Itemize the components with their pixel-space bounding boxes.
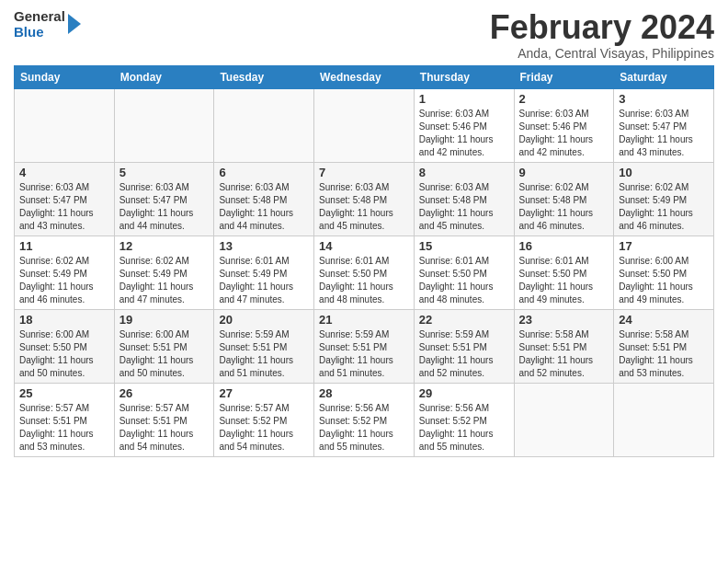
calendar-cell: [114, 88, 214, 162]
day-number: 10: [619, 166, 709, 179]
day-info: Sunrise: 6:03 AMSunset: 5:47 PMDaylight:…: [119, 181, 210, 233]
calendar-cell: 4Sunrise: 6:03 AMSunset: 5:47 PMDaylight…: [15, 162, 115, 236]
weekday-header: Sunday: [15, 65, 115, 88]
day-info: Sunrise: 6:00 AMSunset: 5:50 PMDaylight:…: [19, 328, 109, 380]
calendar-cell: [15, 88, 115, 162]
calendar-cell: 11Sunrise: 6:02 AMSunset: 5:49 PMDayligh…: [15, 236, 115, 309]
day-info: Sunrise: 6:03 AMSunset: 5:47 PMDaylight:…: [619, 108, 709, 159]
calendar-cell: [214, 88, 314, 162]
day-number: 21: [319, 313, 409, 327]
day-number: 3: [619, 92, 709, 106]
weekday-header: Friday: [514, 65, 614, 88]
calendar-cell: 24Sunrise: 5:58 AMSunset: 5:51 PMDayligh…: [614, 309, 714, 383]
day-number: 11: [19, 239, 109, 253]
day-info: Sunrise: 6:01 AMSunset: 5:50 PMDaylight:…: [319, 255, 409, 306]
calendar-cell: [514, 383, 614, 456]
day-info: Sunrise: 5:56 AMSunset: 5:52 PMDaylight:…: [319, 402, 409, 454]
calendar-cell: 8Sunrise: 6:03 AMSunset: 5:48 PMDaylight…: [414, 162, 514, 236]
day-info: Sunrise: 5:56 AMSunset: 5:52 PMDaylight:…: [419, 402, 509, 454]
calendar-week-row: 25Sunrise: 5:57 AMSunset: 5:51 PMDayligh…: [15, 383, 714, 456]
calendar-cell: 13Sunrise: 6:01 AMSunset: 5:49 PMDayligh…: [214, 236, 314, 309]
calendar-cell: 21Sunrise: 5:59 AMSunset: 5:51 PMDayligh…: [314, 309, 415, 383]
day-number: 14: [319, 239, 409, 253]
calendar-cell: 3Sunrise: 6:03 AMSunset: 5:47 PMDaylight…: [614, 88, 714, 162]
calendar-week-row: 4Sunrise: 6:03 AMSunset: 5:47 PMDaylight…: [15, 162, 714, 236]
day-info: Sunrise: 6:02 AMSunset: 5:48 PMDaylight:…: [519, 181, 609, 233]
day-info: Sunrise: 6:02 AMSunset: 5:49 PMDaylight:…: [19, 255, 109, 306]
day-info: Sunrise: 6:03 AMSunset: 5:47 PMDaylight:…: [19, 181, 109, 233]
day-info: Sunrise: 6:03 AMSunset: 5:46 PMDaylight:…: [419, 108, 509, 159]
day-info: Sunrise: 5:58 AMSunset: 5:51 PMDaylight:…: [619, 328, 709, 380]
day-number: 22: [419, 313, 509, 327]
day-info: Sunrise: 5:59 AMSunset: 5:51 PMDaylight:…: [419, 328, 509, 380]
calendar-cell: 5Sunrise: 6:03 AMSunset: 5:47 PMDaylight…: [114, 162, 214, 236]
calendar-cell: 26Sunrise: 5:57 AMSunset: 5:51 PMDayligh…: [114, 383, 214, 456]
calendar-cell: 1Sunrise: 6:03 AMSunset: 5:46 PMDaylight…: [414, 88, 514, 162]
location: Anda, Central Visayas, Philippines: [490, 46, 714, 61]
calendar-cell: 22Sunrise: 5:59 AMSunset: 5:51 PMDayligh…: [414, 309, 514, 383]
calendar-cell: 17Sunrise: 6:00 AMSunset: 5:50 PMDayligh…: [614, 236, 714, 309]
calendar-cell: 27Sunrise: 5:57 AMSunset: 5:52 PMDayligh…: [214, 383, 314, 456]
day-number: 29: [419, 386, 509, 400]
calendar-header-row: SundayMondayTuesdayWednesdayThursdayFrid…: [15, 65, 714, 88]
day-number: 12: [119, 239, 210, 253]
weekday-header: Tuesday: [214, 65, 314, 88]
day-info: Sunrise: 6:01 AMSunset: 5:49 PMDaylight:…: [219, 255, 309, 306]
day-info: Sunrise: 6:01 AMSunset: 5:50 PMDaylight:…: [419, 255, 509, 306]
day-info: Sunrise: 6:02 AMSunset: 5:49 PMDaylight:…: [619, 181, 709, 233]
day-info: Sunrise: 6:03 AMSunset: 5:48 PMDaylight:…: [419, 181, 509, 233]
day-info: Sunrise: 5:59 AMSunset: 5:51 PMDaylight:…: [219, 328, 309, 380]
weekday-header: Saturday: [614, 65, 714, 88]
weekday-header: Monday: [114, 65, 214, 88]
day-number: 18: [19, 313, 109, 327]
day-info: Sunrise: 5:57 AMSunset: 5:51 PMDaylight:…: [119, 402, 210, 454]
logo-arrow-icon: [68, 14, 81, 34]
page-header: General Blue February 2024 Anda, Central…: [14, 9, 714, 61]
calendar-cell: [614, 383, 714, 456]
calendar-cell: 25Sunrise: 5:57 AMSunset: 5:51 PMDayligh…: [15, 383, 115, 456]
calendar-cell: 10Sunrise: 6:02 AMSunset: 5:49 PMDayligh…: [614, 162, 714, 236]
calendar-table: SundayMondayTuesdayWednesdayThursdayFrid…: [14, 65, 714, 457]
calendar-cell: 19Sunrise: 6:00 AMSunset: 5:51 PMDayligh…: [114, 309, 214, 383]
calendar-cell: 14Sunrise: 6:01 AMSunset: 5:50 PMDayligh…: [314, 236, 415, 309]
day-info: Sunrise: 5:59 AMSunset: 5:51 PMDaylight:…: [319, 328, 409, 380]
day-number: 4: [19, 166, 109, 179]
calendar-week-row: 11Sunrise: 6:02 AMSunset: 5:49 PMDayligh…: [15, 236, 714, 309]
weekday-header: Thursday: [414, 65, 514, 88]
day-info: Sunrise: 5:57 AMSunset: 5:51 PMDaylight:…: [19, 402, 109, 454]
day-number: 5: [119, 166, 210, 179]
calendar-cell: 23Sunrise: 5:58 AMSunset: 5:51 PMDayligh…: [514, 309, 614, 383]
day-info: Sunrise: 6:01 AMSunset: 5:50 PMDaylight:…: [519, 255, 609, 306]
day-number: 28: [319, 386, 409, 400]
calendar-cell: 12Sunrise: 6:02 AMSunset: 5:49 PMDayligh…: [114, 236, 214, 309]
logo-text: General Blue: [14, 9, 65, 40]
day-number: 15: [419, 239, 509, 253]
day-info: Sunrise: 6:03 AMSunset: 5:48 PMDaylight:…: [219, 181, 309, 233]
calendar-cell: 7Sunrise: 6:03 AMSunset: 5:48 PMDaylight…: [314, 162, 415, 236]
calendar-cell: [314, 88, 415, 162]
day-info: Sunrise: 6:00 AMSunset: 5:50 PMDaylight:…: [619, 255, 709, 306]
day-number: 17: [619, 239, 709, 253]
day-number: 26: [119, 386, 210, 400]
day-number: 24: [619, 313, 709, 327]
day-number: 16: [519, 239, 609, 253]
month-title: February 2024: [490, 9, 714, 46]
day-number: 9: [519, 166, 609, 179]
calendar-cell: 28Sunrise: 5:56 AMSunset: 5:52 PMDayligh…: [314, 383, 415, 456]
logo-blue: Blue: [14, 25, 65, 40]
day-number: 25: [19, 386, 109, 400]
calendar-week-row: 18Sunrise: 6:00 AMSunset: 5:50 PMDayligh…: [15, 309, 714, 383]
day-info: Sunrise: 5:58 AMSunset: 5:51 PMDaylight:…: [519, 328, 609, 380]
day-info: Sunrise: 5:57 AMSunset: 5:52 PMDaylight:…: [219, 402, 309, 454]
weekday-header: Wednesday: [314, 65, 415, 88]
day-number: 27: [219, 386, 309, 400]
day-number: 1: [419, 92, 509, 106]
day-number: 23: [519, 313, 609, 327]
day-number: 7: [319, 166, 409, 179]
calendar-cell: 20Sunrise: 5:59 AMSunset: 5:51 PMDayligh…: [214, 309, 314, 383]
logo: General Blue: [14, 9, 81, 40]
day-info: Sunrise: 6:02 AMSunset: 5:49 PMDaylight:…: [119, 255, 210, 306]
calendar-cell: 9Sunrise: 6:02 AMSunset: 5:48 PMDaylight…: [514, 162, 614, 236]
calendar-cell: 18Sunrise: 6:00 AMSunset: 5:50 PMDayligh…: [15, 309, 115, 383]
day-number: 13: [219, 239, 309, 253]
